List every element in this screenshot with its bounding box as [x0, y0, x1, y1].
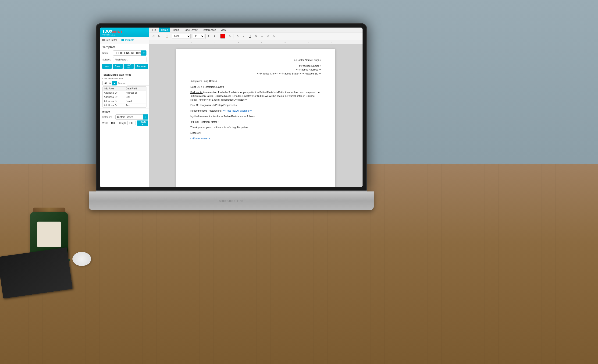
ruler: 1 2 3 4 5 6 7 [149, 40, 363, 44]
filter-select-wrap: All ▼ [102, 81, 117, 85]
name-select-wrapper: ▼ [113, 50, 146, 56]
btn-rename[interactable]: Rename [134, 64, 148, 69]
airpods [72, 252, 91, 266]
doc-page: <<Doctor Name Long>> <<Practice Name>> <… [176, 49, 335, 187]
filter-select[interactable]: All [102, 81, 112, 85]
tab-new-letter[interactable]: New Letter [100, 37, 119, 43]
doc-body-p3: Recommended Restorations: <<RestRec: All… [190, 109, 321, 113]
category-select-wrapper: + [115, 114, 148, 120]
sep-1 [163, 34, 163, 39]
category-input[interactable] [115, 114, 148, 120]
token-row-3[interactable]: Additional Dr Fax [103, 104, 146, 107]
color-picker-btn[interactable] [220, 34, 225, 39]
laptop-screen-frame: TDOXletters Version: 1.1.0 New Letter Te… [96, 23, 367, 191]
toolbar-btn-fx[interactable]: fx [227, 33, 233, 39]
token-row-1[interactable]: Additional Dr City [103, 95, 146, 99]
doc-area[interactable]: <<Doctor Name Long>> <<Practice Name>> <… [149, 44, 363, 187]
token-field-2: Email [125, 99, 146, 103]
tab-template[interactable]: Template [119, 37, 137, 43]
image-section: Image Category: + Inline [100, 109, 149, 127]
token-row-2[interactable]: Additional Dr Email [103, 99, 146, 104]
svg-text:5: 5 [284, 41, 286, 43]
doc-practice-city-state: <<Practice City>>, <<Practice State>> <<… [190, 72, 321, 76]
toolbar-btn-aa-up[interactable]: A↑ [207, 33, 212, 39]
token-title: Token/Merge data fields [102, 73, 146, 76]
app-version: Version: 1.1.0 [102, 34, 146, 36]
doc-practice-address: <<Practice Address>> [190, 68, 321, 72]
new-letter-icon [102, 39, 105, 41]
toolbar-btn-aa[interactable]: Aa [271, 33, 277, 39]
doc-practice-name: <<Practice Name>> [190, 64, 321, 68]
doc-body-p6: Thank you for your confidence in referri… [190, 126, 321, 129]
font-size-select[interactable]: 11 [193, 34, 204, 39]
toolbar-btn-bold[interactable]: B [235, 33, 240, 39]
menu-file[interactable]: File [150, 28, 159, 32]
subject-input[interactable] [113, 57, 146, 62]
toolbar-btn-copy[interactable]: 📋 [164, 33, 170, 39]
separator-1 [100, 71, 149, 71]
menu-references[interactable]: References [200, 28, 218, 32]
token-row-0[interactable]: Additional Dr Address as [103, 91, 146, 95]
btn-new[interactable]: New [102, 64, 112, 69]
name-row: Name: ▼ [100, 50, 149, 56]
toolbar-btn-aa-down[interactable]: A↓ [213, 33, 218, 39]
app-logo-suffix: letters [112, 29, 123, 33]
laptop-base [89, 191, 374, 210]
sep-3 [191, 34, 192, 39]
toolbar-btn-super[interactable]: X² [265, 33, 271, 39]
toolbar-btn-underline[interactable]: U [247, 33, 252, 39]
name-label: Name: [102, 52, 112, 54]
col-info-area: Info Area [103, 87, 125, 91]
svg-text:7: 7 [331, 41, 332, 43]
token-field-1: City [125, 95, 146, 99]
toolbar-btn-left[interactable]: ◁ [150, 33, 156, 39]
filter-select-btn[interactable]: ▼ [112, 81, 117, 85]
menu-view[interactable]: View [218, 28, 229, 32]
filter-controls-row: All ▼ Search: [102, 81, 146, 85]
doc-endodontic-underline: Endodontic [190, 91, 203, 94]
sep-6 [226, 34, 226, 39]
toolbar-btn-sub[interactable]: X₂ [259, 33, 265, 39]
doc-doctor-name-link: <<DoctorName>> [190, 137, 210, 140]
token-info-2: Additional Dr [103, 99, 125, 103]
ruler-svg: 1 2 3 4 5 6 7 [149, 40, 363, 44]
btn-save-as[interactable]: Save as [124, 64, 134, 69]
laptop: TDOXletters Version: 1.1.0 New Letter Te… [89, 23, 374, 210]
btn-save[interactable]: Save [113, 64, 123, 69]
category-label: Category: [102, 116, 114, 118]
menu-home[interactable]: Home [159, 28, 170, 32]
app-container: TDOXletters Version: 1.1.0 New Letter Te… [100, 28, 363, 187]
jar-label [37, 222, 61, 247]
app-logo: TDOXletters [102, 29, 146, 34]
font-name-select[interactable]: Arial [172, 34, 191, 39]
toolbar-btn-italic[interactable]: I [241, 33, 246, 39]
width-input[interactable] [110, 121, 118, 125]
token-table: Info Area Data Field Additional Dr Addre… [102, 86, 146, 108]
search-label: Search: [118, 82, 125, 84]
subject-row: Subject: [100, 56, 149, 63]
subject-label: Subject: [102, 58, 112, 61]
svg-text:3: 3 [238, 41, 239, 43]
svg-text:1: 1 [191, 41, 192, 43]
menu-page-layout[interactable]: Page Layout [182, 28, 201, 32]
toolbar-btn-strike[interactable]: S [253, 33, 258, 39]
sep-2 [171, 34, 171, 39]
height-input[interactable] [127, 121, 135, 125]
name-input[interactable] [113, 50, 146, 56]
category-row: Category: + Inline [102, 114, 146, 120]
template-section-title: Template [100, 43, 149, 50]
right-panel: File Home Insert Page Layout References … [149, 28, 363, 187]
svg-text:2: 2 [215, 41, 216, 43]
doc-body-p1: Endodontic treatment on Tooth #<<Tooth#>… [190, 91, 321, 102]
height-label: Height [119, 122, 126, 124]
doc-body-p4: My final treatment notes for <<PatientFi… [190, 115, 321, 118]
doc-dear: Dear Dr. <<ReferNameLast>>: [190, 85, 321, 89]
doc-doctor-name: <<Doctor Name Long>> [190, 58, 321, 62]
btn-insert[interactable]: Insert ▼ [137, 121, 148, 126]
left-panel: TDOXletters Version: 1.1.0 New Letter Te… [100, 28, 149, 187]
token-section: Token/Merge data fields Filter informati… [100, 72, 149, 109]
svg-text:4: 4 [261, 41, 262, 43]
doc-body-p5: <<Final Treatment Note>> [190, 120, 321, 124]
menu-insert[interactable]: Insert [170, 28, 182, 32]
toolbar-btn-right[interactable]: ▷ [157, 33, 162, 39]
